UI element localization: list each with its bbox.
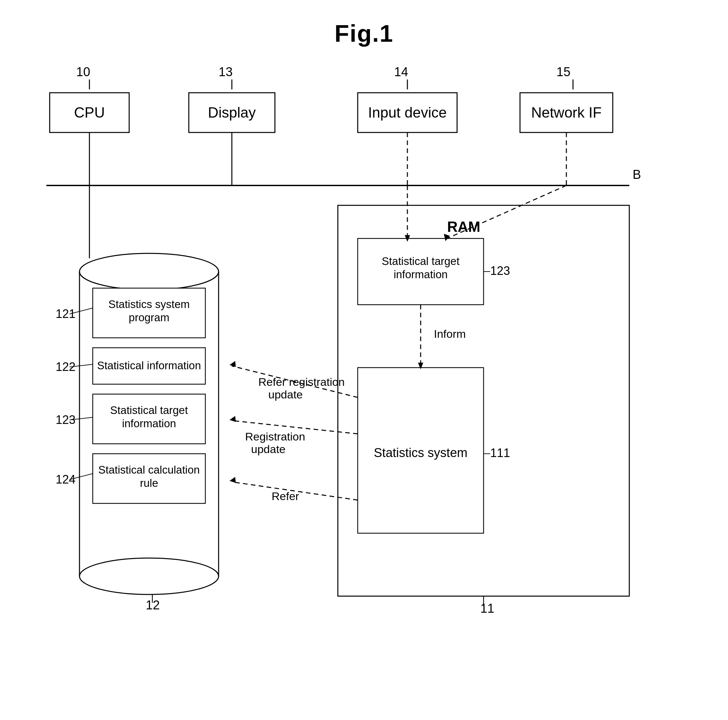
svg-text:update: update	[268, 388, 303, 401]
svg-text:information: information	[122, 417, 176, 430]
svg-text:program: program	[129, 311, 170, 324]
svg-text:Statistics system: Statistics system	[108, 298, 190, 310]
svg-text:information: information	[393, 268, 448, 281]
refer-label: Refer	[272, 490, 299, 502]
ref-13: 13	[219, 65, 232, 79]
svg-text:update: update	[251, 443, 286, 456]
ref-11: 11	[480, 601, 494, 615]
reg-update-label: Registration	[245, 430, 305, 443]
network-if-label: Network IF	[531, 104, 602, 121]
refer-reg-update-label: Refer registration	[258, 376, 345, 388]
svg-point-12	[80, 558, 219, 595]
svg-marker-48	[229, 477, 236, 483]
display-label: Display	[208, 104, 256, 121]
ref-15: 15	[557, 65, 570, 79]
svg-marker-45	[229, 416, 236, 422]
inform-label: Inform	[434, 327, 466, 340]
svg-text:Statistical target: Statistical target	[110, 404, 188, 416]
svg-text:rule: rule	[140, 477, 158, 489]
input-device-label: Input device	[368, 104, 447, 121]
svg-text:Statistical target: Statistical target	[382, 255, 460, 267]
ref-14: 14	[394, 65, 408, 79]
bus-label: B	[633, 168, 641, 182]
ref-111: 111	[490, 446, 510, 460]
svg-text:Statistics system: Statistics system	[374, 446, 468, 460]
ref-123-ram: 123	[490, 264, 510, 278]
ref-124: 124	[56, 472, 75, 486]
ref-121: 121	[56, 307, 75, 321]
svg-text:Statistical information: Statistical information	[97, 359, 201, 371]
ram-label: RAM	[447, 219, 480, 235]
cpu-label: CPU	[74, 104, 105, 121]
svg-text:Statistical calculation: Statistical calculation	[98, 464, 200, 476]
ref-10: 10	[76, 65, 90, 79]
